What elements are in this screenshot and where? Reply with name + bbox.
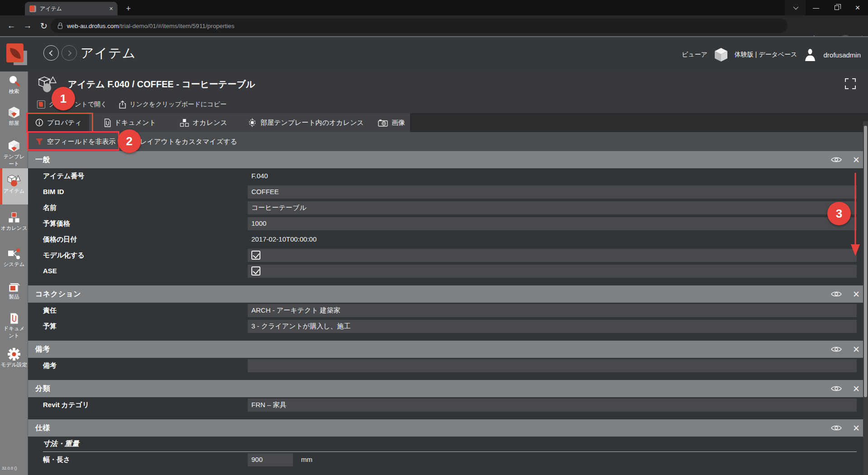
item-icon [7, 174, 21, 187]
text-input[interactable]: ARCH - アーキテクト 建築家 [248, 304, 857, 317]
item-header-icon [38, 76, 57, 92]
drofus-logo [6, 43, 28, 65]
properties-content: 一般 ✕ アイテム番号 F.040 BIM ID COFFEE [28, 151, 868, 468]
user-person-icon[interactable] [803, 48, 817, 62]
eye-icon[interactable] [831, 156, 842, 163]
property-row: ASE [28, 263, 868, 279]
username[interactable]: drofusadmin [823, 51, 861, 59]
section-header-classification[interactable]: 分類 ✕ [28, 380, 868, 397]
content-scrollbar[interactable] [863, 121, 868, 475]
address-bar[interactable]: web-au.drofus.com/trial-demo/01/#/items/… [51, 19, 788, 33]
property-row: モデル化する [28, 247, 868, 263]
customize-layout-button[interactable]: レイアウトをカスタマイズする [129, 138, 237, 146]
sidebar-item-products[interactable]: 製品 [0, 280, 28, 300]
item-toolbar: クライアントで開く リンクをクリップボードにコピー [28, 96, 868, 113]
fullscreen-icon[interactable] [844, 78, 856, 90]
checkbox-field [248, 249, 857, 262]
sidebar-item-documents[interactable]: ドキュメント [0, 312, 28, 339]
viewer-link[interactable]: ビューア [682, 51, 708, 59]
secure-lock-icon[interactable] [58, 25, 62, 29]
browser-tab-title: アイテム [40, 5, 106, 13]
window-controls: — × [785, 0, 868, 15]
eye-icon[interactable] [831, 290, 842, 298]
section-header-notes[interactable]: 備考 ✕ [28, 341, 868, 358]
annotation-step-1: 1 [52, 87, 75, 110]
browser-tab-bar: アイテム × + — × [0, 0, 868, 15]
sidebar-item-systems[interactable]: システム [0, 248, 28, 268]
camera-icon [378, 119, 388, 127]
item-title: アイテム F.040 / COFFEE - コーヒーテーブル [68, 78, 255, 90]
section-header-general[interactable]: 一般 ✕ [28, 151, 868, 168]
screen: アイテム × + — × ← → ↻ web-au.drofus.com/tri… [0, 0, 868, 475]
eye-icon[interactable] [831, 424, 842, 432]
close-button[interactable]: × [847, 0, 868, 15]
viewer-cube-icon[interactable] [714, 47, 728, 62]
property-row: 備考 [28, 358, 868, 374]
new-tab-button[interactable]: + [123, 3, 134, 14]
property-row: Revit カテゴリ FRN – 家具 [28, 397, 868, 413]
room-cube-icon [7, 106, 21, 119]
annotation-box-properties-tab [26, 113, 93, 133]
app-forward-button[interactable] [61, 45, 77, 61]
eye-icon[interactable] [831, 385, 842, 392]
database-label[interactable]: 体験版 | データベース [735, 51, 797, 59]
header-right: ビューア 体験版 | データベース drofusadmin [682, 47, 861, 62]
view-options-bar: 空フィールドを非表示 レイアウトをカスタマイズする [28, 132, 868, 151]
tab-search-icon[interactable] [785, 0, 806, 15]
sidebar-item-items[interactable]: アイテム [0, 174, 28, 195]
forward-icon[interactable]: → [20, 21, 35, 31]
text-input[interactable]: コーヒーテーブル [248, 201, 857, 214]
reload-icon[interactable]: ↻ [36, 21, 52, 31]
readonly-value: F.040 [251, 172, 268, 180]
text-input[interactable]: 3 - クライアントが購入し、施工 [248, 320, 857, 333]
property-row: アイテム番号 F.040 [28, 168, 868, 184]
property-row: 予算 3 - クライアントが購入し、施工 [28, 318, 868, 334]
back-icon[interactable]: ← [4, 21, 19, 31]
section-header-specification[interactable]: 仕様 ✕ [28, 419, 868, 437]
restore-button[interactable] [826, 0, 847, 15]
sidebar-item-rooms[interactable]: 部屋 [0, 106, 28, 127]
annotation-arrow-down [849, 173, 862, 257]
text-input[interactable]: COFFEE [248, 185, 857, 199]
close-section-icon[interactable]: ✕ [853, 344, 860, 355]
tab-occurrences[interactable]: オカレンス [173, 113, 235, 132]
subsection-dimensions-weight: 寸法・重量 [28, 437, 868, 452]
checkbox[interactable] [251, 266, 260, 276]
close-section-icon[interactable]: ✕ [853, 289, 860, 299]
sidebar-item-occurrences[interactable]: オカレンス [0, 212, 28, 232]
eye-icon[interactable] [831, 346, 842, 353]
text-input[interactable]: FRN – 家具 [248, 399, 857, 412]
document-icon [8, 312, 20, 325]
tab-images[interactable]: 画像 [371, 113, 412, 132]
close-section-icon[interactable]: ✕ [853, 384, 860, 394]
app-back-button[interactable] [43, 45, 59, 61]
checkbox[interactable] [251, 251, 260, 260]
copy-link-icon [119, 100, 126, 109]
browser-url-bar: ← → ↻ web-au.drofus.com/trial-demo/01/#/… [0, 15, 868, 36]
sidebar-item-search[interactable]: 検索 [0, 74, 28, 95]
copy-link-button[interactable]: リンクをクリップボードにコピー [119, 100, 226, 109]
text-input[interactable] [248, 359, 857, 372]
text-input[interactable]: 900 [248, 453, 293, 466]
sidebar-item-templates[interactable]: テンプレート [0, 139, 28, 167]
minimize-button[interactable]: — [806, 0, 826, 15]
app-version: 32.0.0 () [2, 466, 17, 470]
close-section-icon[interactable]: ✕ [853, 155, 860, 165]
drofus-client-icon [37, 100, 45, 109]
property-row: 責任 ARCH - アーキテクト 建築家 [28, 303, 868, 318]
scrollbar-thumb[interactable] [864, 126, 867, 397]
section-header-connections[interactable]: コネクション ✕ [28, 285, 868, 303]
room-template-occurrence-icon [248, 118, 257, 127]
item-title-bar: アイテム F.040 / COFFEE - コーヒーテーブル [28, 71, 868, 96]
close-section-icon[interactable]: ✕ [853, 423, 860, 433]
sidebar: 検索 部屋 テンプレート [0, 71, 28, 475]
property-row: BIM ID COFFEE [28, 184, 868, 200]
main-panel: アイテム F.040 / COFFEE - コーヒーテーブル クライアントで開く… [28, 71, 868, 475]
paperclip-doc-icon [104, 119, 111, 127]
sidebar-item-model-settings[interactable]: モデル設定 [0, 347, 28, 368]
browser-tab[interactable]: アイテム × [25, 2, 118, 15]
text-input[interactable]: 1000 [248, 217, 857, 230]
tab-room-template-occurrences[interactable]: 部屋テンプレート内のオカレンス [241, 113, 371, 132]
tab-strip: プロパティ ドキュメント オカレンス [28, 113, 868, 132]
tab-close-icon[interactable]: × [109, 5, 113, 12]
